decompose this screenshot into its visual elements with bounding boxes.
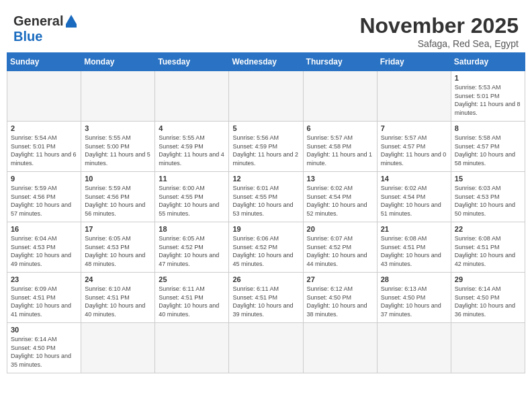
empty-cell: [229, 71, 303, 122]
empty-cell: [377, 71, 451, 122]
calendar-table: Sunday Monday Tuesday Wednesday Thursday…: [7, 52, 525, 373]
day-28: 28 Sunrise: 6:13 AM Sunset: 4:50 PM Dayl…: [377, 273, 451, 323]
day-2: 2 Sunrise: 5:54 AM Sunset: 5:01 PM Dayli…: [7, 122, 81, 172]
page-header: General Blue November 2025 Safaga, Red S…: [7, 7, 525, 52]
header-sunday: Sunday: [7, 53, 81, 71]
header-friday: Friday: [377, 53, 451, 71]
day-10: 10 Sunrise: 5:59 AM Sunset: 4:56 PM Dayl…: [81, 172, 155, 222]
logo-general: General: [13, 13, 63, 29]
table-row: 30 Sunrise: 6:14 AM Sunset: 4:50 PM Dayl…: [7, 323, 525, 373]
empty-cell: [7, 71, 81, 122]
day-25: 25 Sunrise: 6:11 AM Sunset: 4:51 PM Dayl…: [155, 273, 229, 323]
table-row: 23 Sunrise: 6:09 AM Sunset: 4:51 PM Dayl…: [7, 273, 525, 323]
day-30: 30 Sunrise: 6:14 AM Sunset: 4:50 PM Dayl…: [7, 323, 81, 373]
day-20: 20 Sunrise: 6:07 AM Sunset: 4:52 PM Dayl…: [303, 222, 377, 273]
day-3: 3 Sunrise: 5:55 AM Sunset: 5:00 PM Dayli…: [81, 122, 155, 172]
empty-cell: [303, 71, 377, 122]
day-9: 9 Sunrise: 5:59 AM Sunset: 4:56 PM Dayli…: [7, 172, 81, 222]
month-title: November 2025: [359, 13, 519, 38]
table-row: 1 Sunrise: 5:53 AM Sunset: 5:01 PM Dayli…: [7, 71, 525, 122]
day-24: 24 Sunrise: 6:10 AM Sunset: 4:51 PM Dayl…: [81, 273, 155, 323]
day-13: 13 Sunrise: 6:02 AM Sunset: 4:54 PM Dayl…: [303, 172, 377, 222]
day-4: 4 Sunrise: 5:55 AM Sunset: 4:59 PM Dayli…: [155, 122, 229, 172]
day-7: 7 Sunrise: 5:57 AM Sunset: 4:57 PM Dayli…: [377, 122, 451, 172]
day-5: 5 Sunrise: 5:56 AM Sunset: 4:59 PM Dayli…: [229, 122, 303, 172]
day-6: 6 Sunrise: 5:57 AM Sunset: 4:58 PM Dayli…: [303, 122, 377, 172]
empty-cell: [81, 71, 155, 122]
day-23: 23 Sunrise: 6:09 AM Sunset: 4:51 PM Dayl…: [7, 273, 81, 323]
table-row: 9 Sunrise: 5:59 AM Sunset: 4:56 PM Dayli…: [7, 172, 525, 222]
table-row: 2 Sunrise: 5:54 AM Sunset: 5:01 PM Dayli…: [7, 122, 525, 172]
weekday-header-row: Sunday Monday Tuesday Wednesday Thursday…: [7, 53, 525, 71]
day-1: 1 Sunrise: 5:53 AM Sunset: 5:01 PM Dayli…: [451, 71, 525, 122]
empty-cell: [155, 323, 229, 373]
day-15: 15 Sunrise: 6:03 AM Sunset: 4:53 PM Dayl…: [451, 172, 525, 222]
day-21: 21 Sunrise: 6:08 AM Sunset: 4:51 PM Dayl…: [377, 222, 451, 273]
header-thursday: Thursday: [303, 53, 377, 71]
empty-cell: [377, 323, 451, 373]
day-29: 29 Sunrise: 6:14 AM Sunset: 4:50 PM Dayl…: [451, 273, 525, 323]
table-row: 16 Sunrise: 6:04 AM Sunset: 4:53 PM Dayl…: [7, 222, 525, 273]
day-11: 11 Sunrise: 6:00 AM Sunset: 4:55 PM Dayl…: [155, 172, 229, 222]
empty-cell: [303, 323, 377, 373]
logo-blue: Blue: [13, 29, 42, 44]
day-19: 19 Sunrise: 6:06 AM Sunset: 4:52 PM Dayl…: [229, 222, 303, 273]
empty-cell: [155, 71, 229, 122]
empty-cell: [451, 323, 525, 373]
header-monday: Monday: [81, 53, 155, 71]
header-saturday: Saturday: [451, 53, 525, 71]
logo-icon: [66, 15, 77, 28]
day-27: 27 Sunrise: 6:12 AM Sunset: 4:50 PM Dayl…: [303, 273, 377, 323]
day-17: 17 Sunrise: 6:05 AM Sunset: 4:53 PM Dayl…: [81, 222, 155, 273]
day-12: 12 Sunrise: 6:01 AM Sunset: 4:55 PM Dayl…: [229, 172, 303, 222]
day-8: 8 Sunrise: 5:58 AM Sunset: 4:57 PM Dayli…: [451, 122, 525, 172]
day-16: 16 Sunrise: 6:04 AM Sunset: 4:53 PM Dayl…: [7, 222, 81, 273]
day-14: 14 Sunrise: 6:02 AM Sunset: 4:54 PM Dayl…: [377, 172, 451, 222]
logo: General Blue: [13, 13, 77, 44]
day-22: 22 Sunrise: 6:08 AM Sunset: 4:51 PM Dayl…: [451, 222, 525, 273]
header-wednesday: Wednesday: [229, 53, 303, 71]
empty-cell: [229, 323, 303, 373]
header-tuesday: Tuesday: [155, 53, 229, 71]
day-18: 18 Sunrise: 6:05 AM Sunset: 4:52 PM Dayl…: [155, 222, 229, 273]
day-26: 26 Sunrise: 6:11 AM Sunset: 4:51 PM Dayl…: [229, 273, 303, 323]
empty-cell: [81, 323, 155, 373]
location: Safaga, Red Sea, Egypt: [359, 38, 519, 49]
title-area: November 2025 Safaga, Red Sea, Egypt: [359, 13, 519, 49]
